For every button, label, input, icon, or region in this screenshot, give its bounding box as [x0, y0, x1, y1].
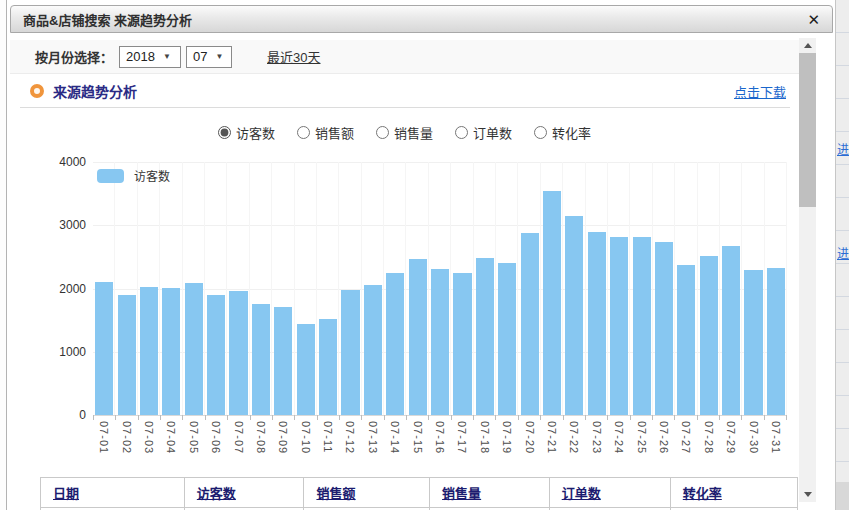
bar — [722, 246, 740, 415]
scroll-down-icon — [804, 492, 812, 497]
section-title: 来源趋势分析 — [53, 81, 137, 101]
x-axis-label-cell: 07-24 — [608, 421, 630, 467]
bar-column — [115, 162, 137, 415]
metric-radio-option[interactable]: 销售量 — [376, 123, 433, 142]
dialog-titlebar: 商品&店铺搜索 来源趋势分析 ✕ — [10, 5, 833, 33]
x-axis-tick — [564, 415, 586, 420]
x-axis-tick — [340, 415, 362, 420]
bar-column — [563, 162, 585, 415]
vertical-scrollbar[interactable] — [799, 38, 816, 502]
table-header-cell: 订单数 — [549, 478, 670, 508]
chart-x-axis-labels: 07-0107-0207-0307-0407-0507-0607-0707-08… — [93, 421, 787, 467]
x-axis-tick — [161, 415, 183, 420]
x-axis-tick — [765, 415, 787, 420]
x-axis-label: 07-01 — [98, 421, 110, 467]
x-axis-label: 07-24 — [613, 421, 625, 467]
x-axis-label-cell: 07-13 — [362, 421, 384, 467]
x-axis-label: 07-17 — [456, 421, 468, 467]
bar — [297, 324, 315, 415]
bar-column — [93, 162, 115, 415]
bar — [453, 273, 471, 415]
metric-radio-option[interactable]: 订单数 — [455, 123, 512, 142]
x-axis-label-cell: 07-30 — [742, 421, 764, 467]
scroll-up-button[interactable] — [799, 38, 816, 53]
background-page-left-edge — [0, 0, 7, 510]
background-link-fragment: 进 — [837, 140, 849, 157]
bar-series — [93, 162, 787, 415]
table-header-sort-link[interactable]: 订单数 — [562, 486, 601, 501]
x-axis-tick — [273, 415, 295, 420]
x-axis-label-cell: 07-25 — [630, 421, 652, 467]
bar — [543, 191, 561, 415]
table-header-sort-link[interactable]: 销售额 — [316, 486, 355, 501]
recent-30-days-link[interactable]: 最近30天 — [267, 47, 320, 66]
x-axis-label-cell: 07-02 — [115, 421, 137, 467]
bar — [655, 242, 673, 415]
bar — [364, 285, 382, 415]
table-header-sort-link[interactable]: 访客数 — [197, 486, 236, 501]
bar-column — [272, 162, 294, 415]
x-axis-label: 07-25 — [636, 421, 648, 467]
x-axis-label-cell: 07-20 — [518, 421, 540, 467]
scroll-down-button[interactable] — [799, 487, 816, 502]
table-header-sort-link[interactable]: 销售量 — [442, 486, 481, 501]
metric-radio-input[interactable] — [297, 126, 310, 139]
x-axis-tick — [474, 415, 496, 420]
close-icon[interactable]: ✕ — [807, 12, 820, 27]
year-select[interactable]: 2018 ▼ — [119, 46, 181, 68]
x-axis-tick — [206, 415, 228, 420]
x-axis-tick — [631, 415, 653, 420]
bar — [95, 282, 113, 415]
x-axis-label: 07-13 — [367, 421, 379, 467]
x-axis-label-cell: 07-01 — [93, 421, 115, 467]
background-link-fragment: 进 — [837, 244, 849, 261]
bar — [498, 263, 516, 415]
x-axis-label: 07-07 — [233, 421, 245, 467]
bar — [565, 216, 583, 415]
x-axis-label: 07-30 — [748, 421, 760, 467]
x-axis-label-cell: 07-03 — [138, 421, 160, 467]
x-axis-label-cell: 07-06 — [205, 421, 227, 467]
bar-column — [496, 162, 518, 415]
metric-radio-input[interactable] — [455, 126, 468, 139]
bar-column — [429, 162, 451, 415]
bar-column — [384, 162, 406, 415]
x-axis-tick — [228, 415, 250, 420]
bar-column — [205, 162, 227, 415]
section-header: 来源趋势分析 点击下载 — [30, 80, 786, 102]
metric-radio-option[interactable]: 销售额 — [297, 123, 354, 142]
metric-radio-option[interactable]: 访客数 — [218, 123, 275, 142]
bar-column — [541, 162, 563, 415]
metric-radio-option[interactable]: 转化率 — [534, 123, 591, 142]
bar-column — [653, 162, 675, 415]
detail-table: 日期访客数销售额销售量订单数转化率 — [40, 477, 798, 510]
table-header-sort-link[interactable]: 日期 — [53, 486, 79, 501]
x-axis-tick — [653, 415, 675, 420]
y-axis-tick-label: 3000 — [41, 218, 86, 232]
bar — [588, 232, 606, 415]
x-axis-label-cell: 07-16 — [429, 421, 451, 467]
x-axis-tick — [541, 415, 563, 420]
bar-column — [608, 162, 630, 415]
x-axis-tick — [675, 415, 697, 420]
background-footer-block — [836, 482, 849, 510]
x-axis-tick — [496, 415, 518, 420]
scrollbar-thumb[interactable] — [799, 53, 816, 207]
x-axis-label-cell: 07-09 — [272, 421, 294, 467]
month-select[interactable]: 07 ▼ — [186, 46, 232, 68]
metric-radio-input[interactable] — [218, 126, 231, 139]
x-axis-tick — [698, 415, 720, 420]
x-axis-label: 07-16 — [434, 421, 446, 467]
table-header-sort-link[interactable]: 转化率 — [683, 486, 722, 501]
metric-radio-label: 销售额 — [315, 123, 354, 142]
metric-radio-input[interactable] — [376, 126, 389, 139]
download-link[interactable]: 点击下载 — [734, 82, 786, 101]
metric-radio-input[interactable] — [534, 126, 547, 139]
bar — [118, 295, 136, 415]
bar-chart-plot-area: 访客数 — [93, 162, 787, 415]
x-axis-tick — [318, 415, 340, 420]
x-axis-label: 07-12 — [344, 421, 356, 467]
x-axis-label-cell: 07-29 — [720, 421, 742, 467]
x-axis-tick — [362, 415, 384, 420]
x-axis-tick — [183, 415, 205, 420]
